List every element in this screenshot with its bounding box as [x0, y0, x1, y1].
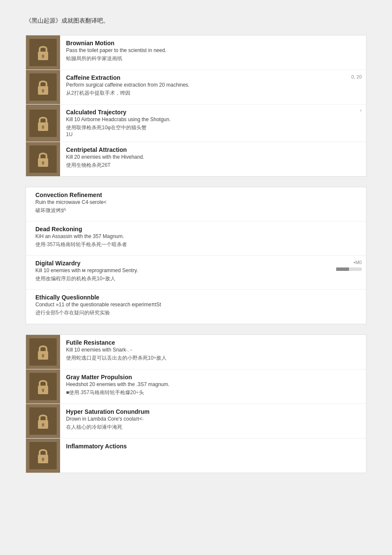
achievement-desc-en: Conduct »11 of the questionable research…: [35, 302, 360, 308]
achievement-content: Calculated TrajectoryKill 10 Airborne He…: [60, 105, 366, 142]
achievement-desc-en: Kill 10 enemies with Snark·. -: [66, 347, 360, 353]
achievement-item: Digital WizardryKill 10 enemies with ᴍ r…: [26, 256, 366, 290]
achievement-name: Hyper Saturation Conundrum: [66, 408, 360, 415]
section-section3: Futile ResistanceKill 10 enemies with Sn…: [26, 334, 366, 473]
achievement-item: Brownian MotionPass the toilet paper to …: [26, 35, 366, 70]
achievement-icon: [26, 105, 60, 142]
achievement-content: Futile ResistanceKill 10 enemies with Sn…: [60, 335, 366, 369]
section-section2: Convection RefinementRuin the microwave …: [26, 187, 366, 324]
achievement-desc-en: Pass the toilet paper to the scientist i…: [66, 47, 360, 53]
achievement-icon: [26, 404, 60, 438]
achievement-item: Hyper Saturation ConundrumDrown in Lambd…: [26, 404, 366, 439]
achievement-desc-zh: 蛤蹦局所的科学家送画纸: [66, 55, 360, 62]
achievement-desc-zh: 使用·357马格南转轮手枪杀死一个暗杀者: [35, 241, 360, 248]
achievement-desc-zh: 从2打机器中提取手术，哗因: [66, 90, 360, 97]
achievement-desc-zh: ■使用.357马格南转轮手枪爆20÷头: [66, 389, 360, 396]
svg-rect-11: [42, 163, 44, 165]
achievement-icon: [26, 369, 60, 404]
achievement-content: Dead ReckoningKiH an Assassin with the 3…: [33, 221, 366, 255]
achievement-desc-en: Heedshot 20 enemies with the .3S7 magnum…: [66, 381, 360, 387]
achievement-desc-zh: 在人核心的冷却液中淹死: [66, 424, 360, 431]
achievement-desc-en: KiH an Assassin with the 357 Magnum.: [35, 233, 360, 239]
achievement-content: Gray Matter PropulsionHeedshot 20 enemie…: [60, 369, 366, 404]
achievement-name: Futile Resistance: [66, 339, 360, 346]
achievement-name: Dead Reckoning: [35, 226, 360, 232]
achievement-name: Inflammatory Actions: [66, 443, 360, 450]
achievement-progress: •M0: [354, 260, 362, 265]
progress-bar-container: [336, 267, 362, 271]
achievement-desc-en: Kill 10 Airborne Headcrabs using the Sho…: [66, 116, 360, 122]
achievement-name: Centripetal Attraction: [66, 146, 360, 153]
achievement-item: Inflammatory Actions: [26, 439, 366, 473]
achievement-content: Ethically QueslionnbleConduct »11 of the…: [33, 290, 366, 324]
achievement-desc-zh: 进行全部5个存在疑问的研究实验: [35, 309, 360, 317]
achievement-icon: [26, 35, 60, 70]
achievement-name: Caffeine Extraction: [66, 74, 360, 81]
page-title: 《黑山起源》成就图表翻译吧。: [26, 17, 366, 25]
achievement-desc-en: Perform surgical caffeine extraction fro…: [66, 82, 360, 88]
svg-rect-20: [42, 424, 44, 427]
achievement-desc-zh: 使用取弹枪杀死10φ在空中的猫头蟹: [66, 124, 360, 131]
achievement-item: Convection RefinementRuin the microwave …: [26, 187, 366, 221]
achievement-content: Inflammatory Actions: [60, 439, 366, 473]
svg-rect-2: [42, 56, 44, 58]
achievement-name: Gray Matter Propulsion: [66, 374, 360, 381]
achievement-progress: 0, 20: [352, 74, 362, 79]
svg-rect-8: [42, 127, 44, 129]
achievement-item: Ethically QueslionnbleConduct »11 of the…: [26, 290, 366, 324]
achievement-desc-zh: 使用蛇逃口是可以丢出去的小野杀死10÷敌人: [66, 355, 360, 362]
achievement-desc-zh: 使用生物枪杀死26T: [66, 162, 360, 169]
svg-rect-23: [42, 459, 44, 461]
achievement-item: Futile ResistanceKill 10 enemies with Sn…: [26, 335, 366, 369]
achievement-icon: [26, 70, 60, 104]
achievement-desc-en: Drown in Lambda Core's coolaπ<·: [66, 416, 360, 422]
achievement-content: Brownian MotionPass the toilet paper to …: [60, 35, 366, 70]
section-section1: Brownian MotionPass the toilet paper to …: [26, 35, 366, 177]
achievement-icon: [26, 439, 60, 473]
achievement-extra: 1U: [66, 131, 360, 137]
achievement-desc-zh: 破坏微波烤炉: [35, 207, 360, 214]
achievement-name: Brownian Motion: [66, 40, 360, 46]
svg-rect-14: [42, 355, 44, 357]
achievement-item: Centripetal AttractionKill 20 enemies wi…: [26, 142, 366, 176]
achievement-item: Caffeine ExtractionPerform surgical caff…: [26, 70, 366, 105]
achievement-item: Dead ReckoningKiH an Assassin with the 3…: [26, 221, 366, 256]
achievement-desc-zh: 使用改编程序后的机枪杀死10÷敌人: [35, 275, 360, 282]
achievement-content: Digital WizardryKill 10 enemies with ᴍ r…: [33, 256, 366, 289]
achievement-icon: [26, 142, 60, 176]
progress-bar-fill: [336, 267, 349, 271]
svg-rect-17: [42, 390, 44, 392]
achievement-item: Calculated TrajectoryKill 10 Airborne He…: [26, 105, 366, 142]
achievement-item: Gray Matter PropulsionHeedshot 20 enemie…: [26, 369, 366, 404]
achievement-desc-en: Kill 20 enemies with the Hivehand.: [66, 154, 360, 160]
achievement-content: Centripetal AttractionKill 20 enemies wi…: [60, 142, 366, 176]
achievement-name: Digital Wizardry: [35, 260, 360, 267]
achievement-content: Hyper Saturation ConundrumDrown in Lambd…: [60, 404, 366, 438]
achievement-name: Calculated Trajectory: [66, 109, 360, 116]
achievement-icon: [26, 335, 60, 369]
achievement-content: Convection RefinementRuin the microwave …: [33, 187, 366, 221]
achievement-name: Ethically Queslionnble: [35, 294, 360, 301]
achievement-name: Convection Refinement: [35, 192, 360, 198]
achievement-content: Caffeine ExtractionPerform surgical caff…: [60, 70, 366, 104]
achievement-desc-en: Kill 10 enemies with ᴍ reprogrammed Sent…: [35, 267, 360, 273]
svg-rect-5: [42, 90, 44, 93]
achievement-progress: °: [360, 109, 362, 114]
achievement-desc-en: Ruin the microwave C4·serole<: [35, 199, 360, 205]
